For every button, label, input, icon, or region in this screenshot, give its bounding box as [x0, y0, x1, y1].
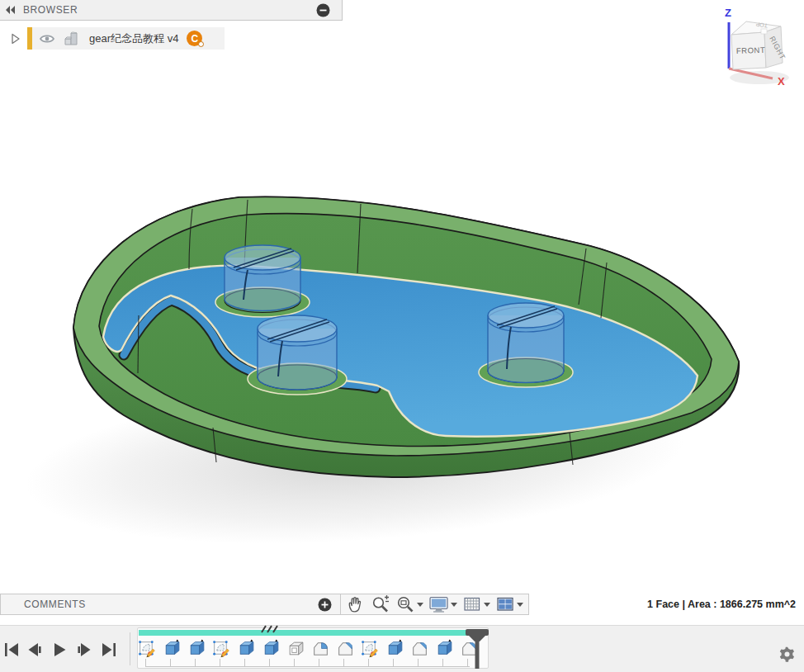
cylinder-boss-3[interactable]: [479, 303, 573, 387]
z-axis-label: Z: [725, 7, 731, 19]
display-monitor-icon: [428, 594, 449, 614]
minimize-icon[interactable]: [316, 3, 330, 17]
cylinder-boss-1[interactable]: [215, 245, 310, 317]
timeline-collapsed-group-marker[interactable]: [259, 624, 281, 634]
timeline-separator: [130, 632, 130, 665]
timeline-play-button[interactable]: [50, 640, 69, 660]
timeline-feature-sketch-1[interactable]: [135, 637, 159, 659]
pan-hand-icon: [346, 594, 366, 614]
viewcube-front-label: FRONT: [736, 45, 766, 55]
display-dropdown-caret[interactable]: [451, 603, 457, 607]
timeline-playhead[interactable]: [465, 628, 489, 670]
viewcube-top-label: TOP: [755, 21, 768, 29]
fit-magnifier-icon: [395, 594, 415, 614]
timeline-go-to-start-button[interactable]: [2, 640, 21, 660]
timeline-feature-chamfer-12[interactable]: [407, 637, 432, 659]
timeline-bar: [0, 625, 804, 672]
timeline-feature-extrude-2[interactable]: [159, 637, 184, 659]
fit-tool[interactable]: [394, 594, 425, 614]
viewports-dropdown-caret[interactable]: [517, 603, 523, 607]
timeline-feature-strip: [135, 637, 481, 659]
browser-tree-item[interactable]: gear纪念品教程 v4 C: [0, 27, 225, 50]
expand-arrow-icon[interactable]: [11, 33, 21, 45]
zoom-tool[interactable]: [369, 594, 392, 614]
timeline-feature-extrude-3[interactable]: [184, 637, 209, 659]
tree-item-label[interactable]: gear纪念品教程 v4: [89, 31, 178, 46]
timeline-go-to-end-button[interactable]: [99, 640, 119, 660]
timeline-feature-shell-7[interactable]: [283, 637, 308, 659]
collapse-panel-icon[interactable]: [5, 5, 17, 15]
model-body[interactable]: [73, 196, 739, 477]
zoom-magnifier-icon: [371, 594, 390, 614]
timeline-step-back-button[interactable]: [25, 640, 45, 660]
grid-display-tool[interactable]: [461, 594, 492, 614]
display-settings-tool[interactable]: [427, 594, 459, 614]
fit-dropdown-caret[interactable]: [417, 603, 423, 607]
comments-panel-title: COMMENTS: [24, 599, 86, 610]
selection-status: 1 Face | Area : 1866.275 mm^2: [647, 599, 796, 610]
visibility-eye-icon[interactable]: [39, 33, 55, 45]
timeline-feature-extrude-6[interactable]: [258, 637, 283, 659]
fusion-360-window: BROWSER gear纪念品教程 v4 C: [0, 0, 804, 672]
timeline-step-forward-button[interactable]: [74, 640, 94, 660]
comments-panel-header[interactable]: COMMENTS: [0, 594, 341, 615]
timeline-feature-extrude-11[interactable]: [382, 637, 407, 659]
grid-dropdown-caret[interactable]: [484, 603, 490, 607]
x-axis-label: X: [778, 75, 785, 88]
selection-bar: [27, 27, 32, 50]
browser-panel-title: BROWSER: [23, 4, 78, 16]
viewports-tool[interactable]: [494, 594, 525, 614]
timeline-feature-extrude-5[interactable]: [234, 637, 258, 659]
cloud-status-icon: C: [187, 31, 202, 46]
browser-panel-header[interactable]: BROWSER: [0, 0, 343, 21]
cylinder-boss-2[interactable]: [248, 315, 347, 395]
timeline-ruler: [145, 659, 470, 667]
timeline-settings-gear-icon[interactable]: [779, 646, 796, 663]
timeline-marker-bar: [139, 630, 477, 636]
add-comment-icon[interactable]: [318, 598, 332, 612]
viewports-icon: [495, 594, 515, 614]
pan-tool[interactable]: [344, 594, 367, 614]
component-icon[interactable]: [64, 31, 78, 46]
timeline-feature-sketch-4[interactable]: [209, 637, 234, 659]
grid-icon: [462, 594, 482, 614]
timeline-feature-chamfer-9[interactable]: [333, 637, 357, 659]
timeline-feature-fillet-8[interactable]: [308, 637, 333, 659]
viewcube[interactable]: Z X FRONT TOP RIGHT: [712, 2, 802, 91]
model-viewport[interactable]: [0, 0, 804, 672]
timeline-feature-sketch-10[interactable]: [357, 637, 382, 659]
navigation-toolbar: [341, 594, 529, 615]
timeline-feature-extrude-13[interactable]: [432, 637, 456, 659]
cylinder-cap[interactable]: [258, 315, 337, 342]
